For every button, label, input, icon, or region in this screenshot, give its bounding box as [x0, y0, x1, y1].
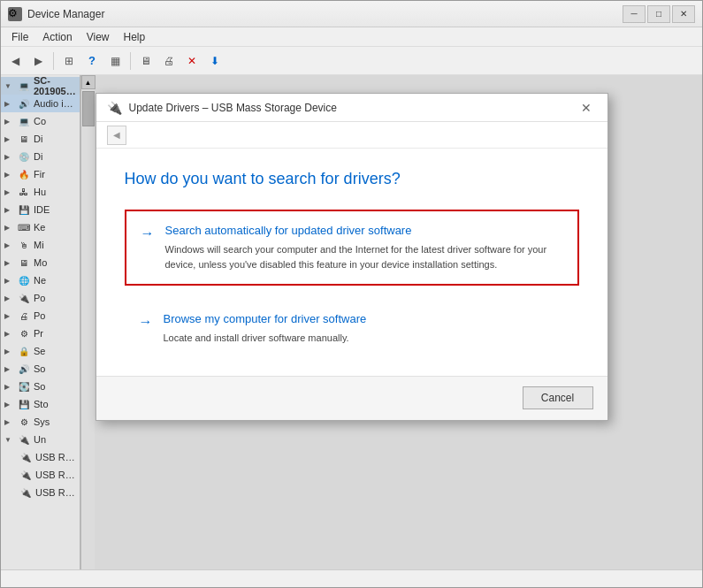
- minimize-button[interactable]: ─: [623, 5, 646, 23]
- dialog-title-content: 🔌 Update Drivers – USB Mass Storage Devi…: [107, 101, 337, 115]
- dialog-nav: ◀: [96, 122, 607, 149]
- option2-content: Browse my computer for driver software L…: [164, 312, 367, 346]
- toolbar-forward[interactable]: ▶: [27, 50, 49, 72]
- toolbar-back[interactable]: ◀: [4, 50, 26, 72]
- option2-title: Browse my computer for driver software: [164, 312, 367, 325]
- status-bar: [1, 569, 702, 587]
- dialog-body: How do you want to search for drivers? →…: [96, 149, 607, 376]
- toolbar-update[interactable]: ⬇: [204, 50, 225, 72]
- title-bar: ⚙ Device Manager ─ □ ✕: [1, 1, 702, 27]
- toolbar-view[interactable]: ▦: [104, 50, 126, 72]
- option-browse[interactable]: → Browse my computer for driver software…: [125, 303, 579, 355]
- option1-desc: Windows will search your computer and th…: [165, 242, 563, 271]
- option1-content: Search automatically for updated driver …: [165, 224, 563, 271]
- maximize-button[interactable]: □: [647, 5, 670, 23]
- close-button[interactable]: ✕: [672, 5, 695, 23]
- option2-arrow: →: [139, 314, 153, 330]
- main-area: ▼ 💻 SC-201905101258 ▶ 🔊 Audio inputs and…: [1, 75, 702, 569]
- dialog-overlay: 🔌 Update Drivers – USB Mass Storage Devi…: [1, 75, 702, 569]
- dialog-title-text: Update Drivers – USB Mass Storage Device: [129, 102, 337, 114]
- dialog-heading: How do you want to search for drivers?: [125, 170, 579, 188]
- option1-arrow: →: [141, 225, 155, 241]
- option-auto-search[interactable]: → Search automatically for updated drive…: [125, 210, 579, 286]
- toolbar: ◀ ▶ ⊞ ? ▦ 🖥 🖨 ✕ ⬇: [1, 47, 702, 75]
- device-manager-window: ⚙ Device Manager ─ □ ✕ File Action View …: [0, 0, 703, 588]
- toolbar-uninstall[interactable]: ✕: [181, 50, 202, 72]
- toolbar-sep-2: [130, 52, 131, 70]
- toolbar-sep-1: [53, 52, 54, 70]
- toolbar-properties[interactable]: ⊞: [58, 50, 80, 72]
- dialog-usb-icon: 🔌: [107, 101, 122, 115]
- dialog-title-bar: 🔌 Update Drivers – USB Mass Storage Devi…: [96, 94, 607, 122]
- menu-file[interactable]: File: [4, 29, 35, 45]
- menu-help[interactable]: Help: [117, 29, 153, 45]
- option2-desc: Locate and install driver software manua…: [164, 331, 367, 346]
- window-title: Device Manager: [27, 8, 617, 20]
- toolbar-help[interactable]: ?: [81, 50, 103, 72]
- menu-bar: File Action View Help: [1, 27, 702, 47]
- update-drivers-dialog: 🔌 Update Drivers – USB Mass Storage Devi…: [96, 93, 608, 421]
- menu-view[interactable]: View: [80, 29, 117, 45]
- dialog-footer: Cancel: [96, 376, 607, 420]
- window-controls: ─ □ ✕: [623, 5, 695, 23]
- option1-title: Search automatically for updated driver …: [165, 224, 563, 237]
- window-icon: ⚙: [8, 7, 22, 21]
- dialog-back-button[interactable]: ◀: [107, 126, 126, 145]
- toolbar-display[interactable]: 🖥: [135, 50, 157, 72]
- menu-action[interactable]: Action: [35, 29, 79, 45]
- toolbar-print[interactable]: 🖨: [158, 50, 180, 72]
- cancel-button[interactable]: Cancel: [523, 386, 593, 409]
- dialog-close-button[interactable]: ✕: [576, 97, 597, 118]
